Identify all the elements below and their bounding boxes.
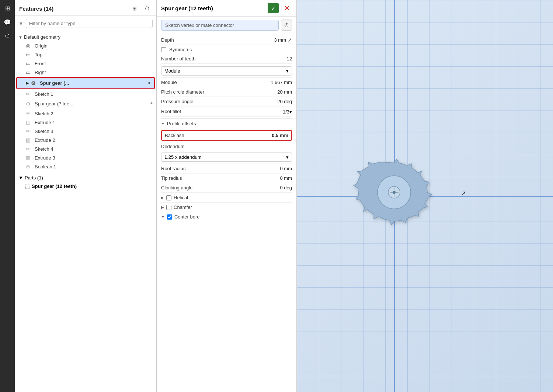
- feature-panel-header: Features (14) ⊞ ⏱: [15, 0, 156, 16]
- confirm-button[interactable]: ✓: [268, 3, 279, 13]
- extrude1-label: Extrude 1: [35, 120, 55, 125]
- tree-item-sketch4[interactable]: ✏ Sketch 4: [15, 144, 156, 153]
- tree-item-extrude3[interactable]: ▨ Extrude 3: [15, 153, 156, 162]
- center-bore-section[interactable]: ▼ Center bore: [161, 212, 292, 221]
- pressure-angle-label: Pressure angle: [161, 99, 193, 104]
- pitch-circle-label: Pitch circle diameter: [161, 89, 204, 95]
- extrude3-icon: ▨: [26, 155, 32, 161]
- root-fillet-dropdown[interactable]: 1/3 ▾: [283, 109, 292, 115]
- history-icon[interactable]: ⏱: [142, 4, 152, 13]
- backlash-label: Backlash: [165, 133, 184, 138]
- vertex-btn[interactable]: Sketch vertex or mate connector: [161, 20, 279, 31]
- boolean1-label: Boolean 1: [35, 164, 56, 169]
- module-dropdown-row: Module ▾: [161, 64, 292, 78]
- helical-section[interactable]: ▶ Helical: [161, 193, 292, 202]
- backlash-value: 0.5 mm: [272, 133, 288, 138]
- chamfer-checkbox[interactable]: [166, 205, 171, 210]
- profile-offsets-toggle[interactable]: ▼ Profile offsets: [161, 118, 292, 129]
- filter-icon: ▼: [18, 21, 24, 27]
- center-bore-checkbox[interactable]: [167, 214, 172, 220]
- dedendum-dropdown[interactable]: 1.25 x addendum ▾: [161, 153, 292, 162]
- module-dropdown[interactable]: Module ▾: [161, 66, 292, 76]
- backlash-box: Backlash 0.5 mm: [161, 130, 292, 141]
- tree-item-spur-gear2[interactable]: ⚙ Spur gear (? tee... •: [15, 98, 156, 109]
- tree-item-extrude1[interactable]: ▨ Extrude 1: [15, 118, 156, 127]
- parts-item-spur-gear[interactable]: ⬚ Spur gear (12 teeth): [15, 182, 156, 190]
- pitch-circle-row: Pitch circle diameter 20 mm: [161, 87, 292, 97]
- toolbar-add-icon[interactable]: ⊞: [2, 3, 13, 13]
- tree-item-top[interactable]: ▭ Top: [15, 50, 156, 59]
- props-body: Sketch vertex or mate connector ⏱ Depth …: [157, 17, 296, 392]
- tip-radius-label: Tip radius: [161, 175, 182, 181]
- parts-chevron: ▼: [18, 175, 23, 181]
- extrude1-icon: ▨: [26, 119, 32, 125]
- tree-item-origin[interactable]: ◎ Origin: [15, 41, 156, 50]
- search-row: ▼: [15, 16, 156, 31]
- toolbar-chat-icon[interactable]: 💬: [2, 17, 13, 27]
- tree-item-spur-gear-selected[interactable]: ▶ ⚙ Spur gear (... •: [16, 77, 155, 89]
- sketch2-label: Sketch 2: [35, 111, 53, 116]
- feature-header-icons: ⊞ ⏱: [130, 4, 152, 13]
- right-label: Right: [35, 70, 46, 75]
- depth-arrow-icon: ↗: [288, 37, 292, 43]
- dedendum-dropdown-value: 1.25 x addendum: [164, 154, 201, 160]
- extrude2-label: Extrude 2: [35, 137, 55, 143]
- default-geometry-chevron: ▼: [18, 35, 22, 39]
- spur-gear-icon: ⚙: [31, 80, 38, 86]
- spur-gear-selected-label: Spur gear (...: [40, 80, 69, 86]
- clocking-angle-label: Clocking angle: [161, 185, 192, 190]
- tree-item-sketch3[interactable]: ✏ Sketch 3: [15, 127, 156, 136]
- add-feature-icon[interactable]: ⊞: [130, 4, 139, 13]
- chamfer-section[interactable]: ▶ Chamfer: [161, 202, 292, 212]
- spur-gear-chevron: ▶: [26, 81, 29, 85]
- pressure-angle-value: 20 deg: [277, 99, 292, 104]
- tree-item-sketch1[interactable]: ✏ Sketch 1: [15, 90, 156, 98]
- parts-section-header[interactable]: ▼ Parts (1): [15, 174, 156, 182]
- parts-section: ▼ Parts (1) ⬚ Spur gear (12 teeth): [15, 171, 156, 193]
- sketch2-icon: ✏: [26, 111, 32, 116]
- top-plane-icon: ▭: [26, 52, 32, 57]
- depth-label: Depth: [161, 37, 174, 43]
- module-dropdown-label: Module: [164, 68, 180, 74]
- tree-item-front[interactable]: ▭ Front: [15, 59, 156, 68]
- left-toolbar: ⊞ 💬 ⏱: [0, 0, 15, 392]
- symmetric-row: Symmetric: [161, 45, 292, 54]
- feature-tree: ▼ Default geometry ◎ Origin ▭ Top ▭ Fron…: [15, 31, 156, 392]
- spur-gear-context-menu[interactable]: •: [148, 79, 150, 87]
- tree-item-boolean1[interactable]: ⊕ Boolean 1: [15, 162, 156, 171]
- properties-panel: Spur gear (12 teeth) ✓ ✕ Sketch vertex o…: [157, 0, 297, 392]
- profile-offsets-label: Profile offsets: [167, 121, 196, 126]
- clock-btn[interactable]: ⏱: [281, 20, 292, 31]
- root-radius-value: 0 mm: [280, 166, 292, 171]
- profile-offsets-chevron: ▼: [161, 122, 165, 126]
- module-row: Module 1.667 mm: [161, 78, 292, 87]
- symmetric-checkbox[interactable]: [161, 47, 166, 52]
- clocking-angle-value: 0 deg: [280, 185, 292, 190]
- props-title: Spur gear (12 teeth): [161, 5, 265, 11]
- default-geometry-header[interactable]: ▼ Default geometry: [15, 33, 156, 41]
- tree-item-sketch2[interactable]: ✏ Sketch 2: [15, 109, 156, 118]
- num-teeth-label: Number of teeth: [161, 56, 195, 62]
- tree-item-extrude2[interactable]: ▨ Extrude 2: [15, 136, 156, 144]
- toolbar-timer-icon[interactable]: ⏱: [2, 31, 13, 41]
- dedendum-dropdown-row: 1.25 x addendum ▾: [161, 150, 292, 164]
- cancel-button[interactable]: ✕: [282, 3, 292, 13]
- top-label: Top: [35, 52, 42, 57]
- sketch1-icon: ✏: [26, 91, 32, 97]
- helical-chevron: ▶: [161, 196, 164, 200]
- tree-item-right[interactable]: ▭ Right: [15, 68, 156, 77]
- default-geometry-label: Default geometry: [24, 34, 60, 40]
- sketch4-icon: ✏: [26, 146, 32, 152]
- front-label: Front: [35, 61, 46, 66]
- spur-gear2-label: Spur gear (? tee...: [35, 101, 73, 106]
- sketch3-icon: ✏: [26, 128, 32, 134]
- root-radius-label: Root radius: [161, 166, 185, 171]
- features-title: Features (14): [19, 6, 53, 12]
- search-input[interactable]: [26, 19, 153, 28]
- root-fillet-chevron: ▾: [289, 109, 292, 115]
- helical-checkbox[interactable]: [166, 195, 171, 200]
- symmetric-label: Symmetric: [169, 47, 192, 52]
- origin-icon: ◎: [26, 43, 32, 49]
- sketch3-label: Sketch 3: [35, 129, 53, 134]
- chamfer-label: Chamfer: [174, 204, 192, 210]
